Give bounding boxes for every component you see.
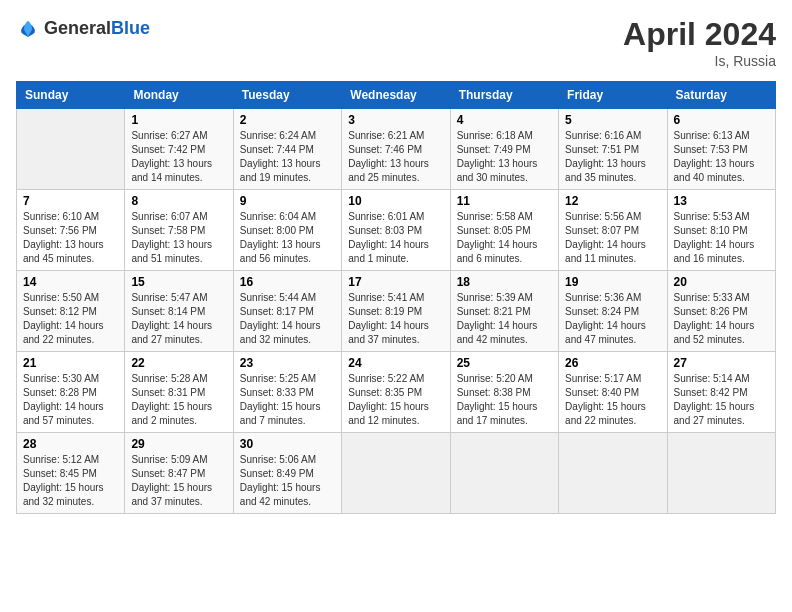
calendar-cell: 24Sunrise: 5:22 AM Sunset: 8:35 PM Dayli…: [342, 352, 450, 433]
day-number: 6: [674, 113, 769, 127]
calendar-cell: 22Sunrise: 5:28 AM Sunset: 8:31 PM Dayli…: [125, 352, 233, 433]
calendar-cell: [667, 433, 775, 514]
calendar-cell: [450, 433, 558, 514]
weekday-header-sunday: Sunday: [17, 82, 125, 109]
day-number: 16: [240, 275, 335, 289]
day-info: Sunrise: 5:39 AM Sunset: 8:21 PM Dayligh…: [457, 291, 552, 347]
day-number: 27: [674, 356, 769, 370]
calendar-cell: 6Sunrise: 6:13 AM Sunset: 7:53 PM Daylig…: [667, 109, 775, 190]
day-info: Sunrise: 5:06 AM Sunset: 8:49 PM Dayligh…: [240, 453, 335, 509]
calendar-week-row: 21Sunrise: 5:30 AM Sunset: 8:28 PM Dayli…: [17, 352, 776, 433]
calendar-cell: 19Sunrise: 5:36 AM Sunset: 8:24 PM Dayli…: [559, 271, 667, 352]
calendar-cell: 21Sunrise: 5:30 AM Sunset: 8:28 PM Dayli…: [17, 352, 125, 433]
day-number: 19: [565, 275, 660, 289]
calendar-cell: 13Sunrise: 5:53 AM Sunset: 8:10 PM Dayli…: [667, 190, 775, 271]
day-info: Sunrise: 6:04 AM Sunset: 8:00 PM Dayligh…: [240, 210, 335, 266]
calendar-cell: 14Sunrise: 5:50 AM Sunset: 8:12 PM Dayli…: [17, 271, 125, 352]
day-number: 22: [131, 356, 226, 370]
day-info: Sunrise: 6:16 AM Sunset: 7:51 PM Dayligh…: [565, 129, 660, 185]
logo: GeneralBlue: [16, 16, 150, 40]
day-number: 28: [23, 437, 118, 451]
weekday-header-wednesday: Wednesday: [342, 82, 450, 109]
weekday-row: SundayMondayTuesdayWednesdayThursdayFrid…: [17, 82, 776, 109]
calendar-cell: 28Sunrise: 5:12 AM Sunset: 8:45 PM Dayli…: [17, 433, 125, 514]
calendar-table: SundayMondayTuesdayWednesdayThursdayFrid…: [16, 81, 776, 514]
day-number: 17: [348, 275, 443, 289]
day-info: Sunrise: 5:33 AM Sunset: 8:26 PM Dayligh…: [674, 291, 769, 347]
day-info: Sunrise: 5:41 AM Sunset: 8:19 PM Dayligh…: [348, 291, 443, 347]
day-number: 2: [240, 113, 335, 127]
day-info: Sunrise: 6:07 AM Sunset: 7:58 PM Dayligh…: [131, 210, 226, 266]
calendar-cell: 7Sunrise: 6:10 AM Sunset: 7:56 PM Daylig…: [17, 190, 125, 271]
day-number: 7: [23, 194, 118, 208]
calendar-body: 1Sunrise: 6:27 AM Sunset: 7:42 PM Daylig…: [17, 109, 776, 514]
logo-text: GeneralBlue: [44, 18, 150, 39]
day-info: Sunrise: 5:58 AM Sunset: 8:05 PM Dayligh…: [457, 210, 552, 266]
calendar-week-row: 14Sunrise: 5:50 AM Sunset: 8:12 PM Dayli…: [17, 271, 776, 352]
calendar-cell: 23Sunrise: 5:25 AM Sunset: 8:33 PM Dayli…: [233, 352, 341, 433]
day-info: Sunrise: 5:50 AM Sunset: 8:12 PM Dayligh…: [23, 291, 118, 347]
day-number: 5: [565, 113, 660, 127]
day-number: 3: [348, 113, 443, 127]
calendar-cell: 2Sunrise: 6:24 AM Sunset: 7:44 PM Daylig…: [233, 109, 341, 190]
weekday-header-thursday: Thursday: [450, 82, 558, 109]
day-info: Sunrise: 5:56 AM Sunset: 8:07 PM Dayligh…: [565, 210, 660, 266]
calendar-cell: 1Sunrise: 6:27 AM Sunset: 7:42 PM Daylig…: [125, 109, 233, 190]
day-number: 10: [348, 194, 443, 208]
day-info: Sunrise: 5:22 AM Sunset: 8:35 PM Dayligh…: [348, 372, 443, 428]
day-info: Sunrise: 5:20 AM Sunset: 8:38 PM Dayligh…: [457, 372, 552, 428]
calendar-cell: 8Sunrise: 6:07 AM Sunset: 7:58 PM Daylig…: [125, 190, 233, 271]
calendar-cell: 9Sunrise: 6:04 AM Sunset: 8:00 PM Daylig…: [233, 190, 341, 271]
day-number: 29: [131, 437, 226, 451]
calendar-cell: 3Sunrise: 6:21 AM Sunset: 7:46 PM Daylig…: [342, 109, 450, 190]
day-number: 1: [131, 113, 226, 127]
day-info: Sunrise: 6:18 AM Sunset: 7:49 PM Dayligh…: [457, 129, 552, 185]
calendar-cell: 10Sunrise: 6:01 AM Sunset: 8:03 PM Dayli…: [342, 190, 450, 271]
calendar-cell: [17, 109, 125, 190]
day-number: 12: [565, 194, 660, 208]
calendar-cell: 25Sunrise: 5:20 AM Sunset: 8:38 PM Dayli…: [450, 352, 558, 433]
day-number: 21: [23, 356, 118, 370]
day-info: Sunrise: 5:28 AM Sunset: 8:31 PM Dayligh…: [131, 372, 226, 428]
calendar-cell: [559, 433, 667, 514]
day-info: Sunrise: 5:53 AM Sunset: 8:10 PM Dayligh…: [674, 210, 769, 266]
calendar-cell: 26Sunrise: 5:17 AM Sunset: 8:40 PM Dayli…: [559, 352, 667, 433]
day-info: Sunrise: 5:30 AM Sunset: 8:28 PM Dayligh…: [23, 372, 118, 428]
day-info: Sunrise: 6:01 AM Sunset: 8:03 PM Dayligh…: [348, 210, 443, 266]
day-number: 15: [131, 275, 226, 289]
calendar-cell: 27Sunrise: 5:14 AM Sunset: 8:42 PM Dayli…: [667, 352, 775, 433]
day-number: 11: [457, 194, 552, 208]
calendar-cell: 5Sunrise: 6:16 AM Sunset: 7:51 PM Daylig…: [559, 109, 667, 190]
calendar-cell: 29Sunrise: 5:09 AM Sunset: 8:47 PM Dayli…: [125, 433, 233, 514]
day-info: Sunrise: 5:44 AM Sunset: 8:17 PM Dayligh…: [240, 291, 335, 347]
day-number: 4: [457, 113, 552, 127]
day-info: Sunrise: 6:21 AM Sunset: 7:46 PM Dayligh…: [348, 129, 443, 185]
day-info: Sunrise: 5:36 AM Sunset: 8:24 PM Dayligh…: [565, 291, 660, 347]
weekday-header-tuesday: Tuesday: [233, 82, 341, 109]
day-number: 25: [457, 356, 552, 370]
day-number: 9: [240, 194, 335, 208]
page-header: GeneralBlue April 2024 Is, Russia: [16, 16, 776, 69]
calendar-cell: 30Sunrise: 5:06 AM Sunset: 8:49 PM Dayli…: [233, 433, 341, 514]
calendar-cell: 16Sunrise: 5:44 AM Sunset: 8:17 PM Dayli…: [233, 271, 341, 352]
day-number: 13: [674, 194, 769, 208]
day-info: Sunrise: 5:25 AM Sunset: 8:33 PM Dayligh…: [240, 372, 335, 428]
calendar-week-row: 1Sunrise: 6:27 AM Sunset: 7:42 PM Daylig…: [17, 109, 776, 190]
weekday-header-friday: Friday: [559, 82, 667, 109]
calendar-title: April 2024: [623, 16, 776, 53]
calendar-cell: 12Sunrise: 5:56 AM Sunset: 8:07 PM Dayli…: [559, 190, 667, 271]
day-info: Sunrise: 6:13 AM Sunset: 7:53 PM Dayligh…: [674, 129, 769, 185]
day-info: Sunrise: 6:24 AM Sunset: 7:44 PM Dayligh…: [240, 129, 335, 185]
day-info: Sunrise: 6:27 AM Sunset: 7:42 PM Dayligh…: [131, 129, 226, 185]
day-info: Sunrise: 6:10 AM Sunset: 7:56 PM Dayligh…: [23, 210, 118, 266]
calendar-cell: [342, 433, 450, 514]
calendar-week-row: 28Sunrise: 5:12 AM Sunset: 8:45 PM Dayli…: [17, 433, 776, 514]
day-info: Sunrise: 5:17 AM Sunset: 8:40 PM Dayligh…: [565, 372, 660, 428]
calendar-cell: 20Sunrise: 5:33 AM Sunset: 8:26 PM Dayli…: [667, 271, 775, 352]
calendar-header: SundayMondayTuesdayWednesdayThursdayFrid…: [17, 82, 776, 109]
day-number: 20: [674, 275, 769, 289]
title-block: April 2024 Is, Russia: [623, 16, 776, 69]
day-number: 26: [565, 356, 660, 370]
day-number: 14: [23, 275, 118, 289]
calendar-week-row: 7Sunrise: 6:10 AM Sunset: 7:56 PM Daylig…: [17, 190, 776, 271]
